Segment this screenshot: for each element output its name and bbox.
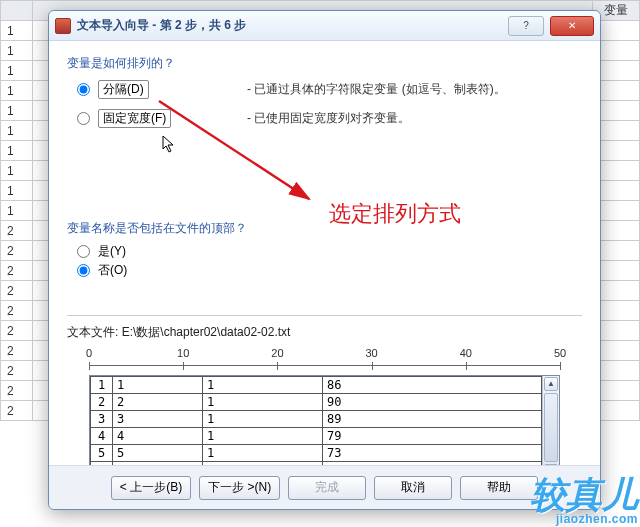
- table-row: 55173: [91, 445, 542, 462]
- sheet-row-num: 2: [1, 321, 33, 341]
- dialog-title: 文本导入向导 - 第 2 步，共 6 步: [77, 17, 246, 34]
- sheet-row-num: 2: [1, 341, 33, 361]
- finish-button: 完成: [288, 476, 366, 500]
- radio-delimited-label: 分隔(D): [103, 81, 144, 98]
- sheet-row-num: 2: [1, 301, 33, 321]
- sheet-row-num: 1: [1, 61, 33, 81]
- table-row: 44179: [91, 428, 542, 445]
- sheet-row-num: 1: [1, 161, 33, 181]
- sheet-row-num: 1: [1, 141, 33, 161]
- back-button[interactable]: < 上一步(B): [111, 476, 191, 500]
- column-ruler: 01020304050: [89, 347, 560, 373]
- sheet-row-num: 1: [1, 201, 33, 221]
- sheet-row-num: 2: [1, 401, 33, 421]
- radio-fixed-label: 固定宽度(F): [103, 110, 166, 127]
- minimize-icon: ?: [523, 20, 529, 31]
- titlebar[interactable]: 文本导入向导 - 第 2 步，共 6 步 ? ✕: [49, 11, 600, 41]
- radio-no-label: 否(O): [98, 262, 127, 279]
- radio-delimited-input[interactable]: [77, 83, 90, 96]
- minimize-button[interactable]: ?: [508, 16, 544, 36]
- cancel-button[interactable]: 取消: [374, 476, 452, 500]
- data-preview: 111862219033189441795517366191 ▲ ▼: [89, 375, 560, 465]
- radio-delimited[interactable]: 分隔(D): [77, 80, 207, 99]
- section-arrangement-label: 变量是如何排列的？: [67, 55, 582, 72]
- table-row: 22190: [91, 394, 542, 411]
- radio-yes-label: 是(Y): [98, 243, 126, 260]
- radio-yes-input[interactable]: [77, 245, 90, 258]
- sheet-row-num: 1: [1, 21, 33, 41]
- radio-fixed-width[interactable]: 固定宽度(F): [77, 109, 207, 128]
- fixed-desc: - 已使用固定宽度列对齐变量。: [247, 110, 582, 127]
- radio-fixed-input[interactable]: [77, 112, 90, 125]
- ruler-tick: 20: [271, 347, 283, 359]
- scroll-down-icon[interactable]: ▼: [544, 464, 558, 465]
- scroll-thumb[interactable]: [544, 393, 558, 462]
- app-icon: [55, 18, 71, 34]
- watermark-main: 较真儿: [530, 474, 638, 515]
- sheet-row-num: 2: [1, 221, 33, 241]
- sheet-row-num: 1: [1, 121, 33, 141]
- sheet-row-num: 1: [1, 41, 33, 61]
- text-import-wizard-dialog: 文本导入向导 - 第 2 步，共 6 步 ? ✕ 变量是如何排列的？ 分隔(D)…: [48, 10, 601, 510]
- radio-no-input[interactable]: [77, 264, 90, 277]
- sheet-row-num: 2: [1, 261, 33, 281]
- ruler-tick: 10: [177, 347, 189, 359]
- preview-scrollbar[interactable]: ▲ ▼: [542, 376, 559, 465]
- scroll-up-icon[interactable]: ▲: [544, 377, 558, 391]
- section-varnames-label: 变量名称是否包括在文件的顶部？: [67, 220, 582, 237]
- sheet-row-num: 1: [1, 181, 33, 201]
- sheet-row-num: 2: [1, 241, 33, 261]
- sheet-row-num: 1: [1, 101, 33, 121]
- radio-no[interactable]: 否(O): [77, 262, 582, 279]
- close-button[interactable]: ✕: [550, 16, 594, 36]
- file-path-label: 文本文件: E:\数据\chapter02\data02-02.txt: [67, 324, 582, 341]
- ruler-tick: 0: [86, 347, 92, 359]
- sheet-row-num: 2: [1, 381, 33, 401]
- table-row: 11186: [91, 377, 542, 394]
- sheet-corner: [1, 1, 33, 21]
- sheet-row-num: 1: [1, 81, 33, 101]
- delimited-desc: - 已通过具体的字符限定变量 (如逗号、制表符)。: [247, 81, 582, 98]
- ruler-tick: 50: [554, 347, 566, 359]
- ruler-tick: 40: [460, 347, 472, 359]
- next-button[interactable]: 下一步 >(N): [199, 476, 280, 500]
- sheet-row-num: 2: [1, 361, 33, 381]
- watermark: 较真儿 jiaozhen.com: [530, 477, 638, 525]
- ruler-tick: 30: [365, 347, 377, 359]
- help-button[interactable]: 帮助: [460, 476, 538, 500]
- table-row: 66191: [91, 462, 542, 466]
- mouse-cursor-icon: [162, 135, 176, 153]
- dialog-button-bar: < 上一步(B) 下一步 >(N) 完成 取消 帮助: [49, 465, 600, 509]
- radio-yes[interactable]: 是(Y): [77, 243, 582, 260]
- sheet-row-num: 2: [1, 281, 33, 301]
- close-icon: ✕: [568, 20, 576, 31]
- table-row: 33189: [91, 411, 542, 428]
